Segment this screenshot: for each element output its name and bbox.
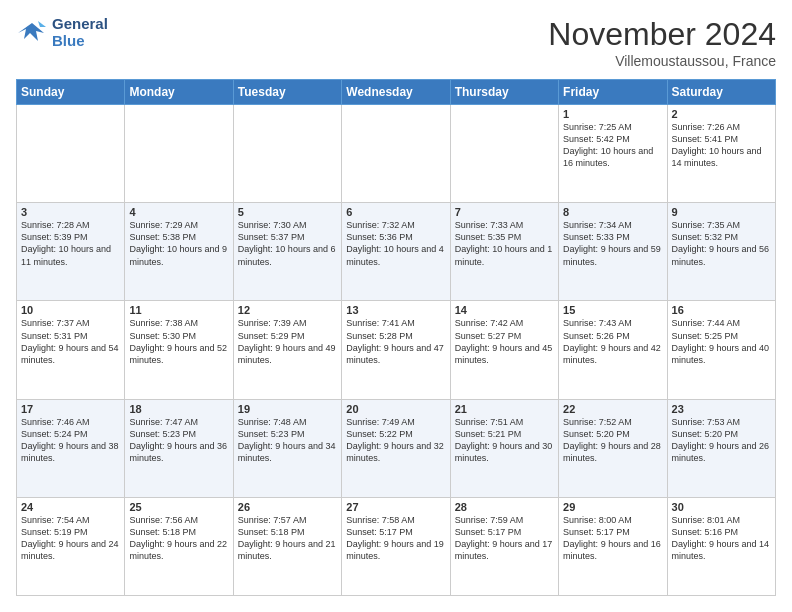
calendar-cell: 8Sunrise: 7:34 AM Sunset: 5:33 PM Daylig… bbox=[559, 203, 667, 301]
calendar-cell: 21Sunrise: 7:51 AM Sunset: 5:21 PM Dayli… bbox=[450, 399, 558, 497]
day-info: Sunrise: 7:34 AM Sunset: 5:33 PM Dayligh… bbox=[563, 219, 662, 268]
logo-line1: General bbox=[52, 16, 108, 33]
day-info: Sunrise: 7:51 AM Sunset: 5:21 PM Dayligh… bbox=[455, 416, 554, 465]
calendar-cell: 30Sunrise: 8:01 AM Sunset: 5:16 PM Dayli… bbox=[667, 497, 775, 595]
calendar-header-monday: Monday bbox=[125, 80, 233, 105]
calendar-cell: 27Sunrise: 7:58 AM Sunset: 5:17 PM Dayli… bbox=[342, 497, 450, 595]
day-info: Sunrise: 7:37 AM Sunset: 5:31 PM Dayligh… bbox=[21, 317, 120, 366]
calendar-header-friday: Friday bbox=[559, 80, 667, 105]
calendar-cell: 24Sunrise: 7:54 AM Sunset: 5:19 PM Dayli… bbox=[17, 497, 125, 595]
calendar-cell: 28Sunrise: 7:59 AM Sunset: 5:17 PM Dayli… bbox=[450, 497, 558, 595]
calendar-cell bbox=[17, 105, 125, 203]
calendar-cell: 10Sunrise: 7:37 AM Sunset: 5:31 PM Dayli… bbox=[17, 301, 125, 399]
calendar-cell: 1Sunrise: 7:25 AM Sunset: 5:42 PM Daylig… bbox=[559, 105, 667, 203]
day-number: 20 bbox=[346, 403, 445, 415]
calendar-cell: 29Sunrise: 8:00 AM Sunset: 5:17 PM Dayli… bbox=[559, 497, 667, 595]
day-number: 3 bbox=[21, 206, 120, 218]
day-info: Sunrise: 8:01 AM Sunset: 5:16 PM Dayligh… bbox=[672, 514, 771, 563]
day-number: 24 bbox=[21, 501, 120, 513]
day-info: Sunrise: 7:35 AM Sunset: 5:32 PM Dayligh… bbox=[672, 219, 771, 268]
day-info: Sunrise: 7:44 AM Sunset: 5:25 PM Dayligh… bbox=[672, 317, 771, 366]
day-number: 4 bbox=[129, 206, 228, 218]
day-number: 14 bbox=[455, 304, 554, 316]
day-info: Sunrise: 7:48 AM Sunset: 5:23 PM Dayligh… bbox=[238, 416, 337, 465]
calendar-cell bbox=[233, 105, 341, 203]
calendar-cell: 4Sunrise: 7:29 AM Sunset: 5:38 PM Daylig… bbox=[125, 203, 233, 301]
day-info: Sunrise: 7:38 AM Sunset: 5:30 PM Dayligh… bbox=[129, 317, 228, 366]
calendar-header-saturday: Saturday bbox=[667, 80, 775, 105]
day-number: 1 bbox=[563, 108, 662, 120]
calendar-header-wednesday: Wednesday bbox=[342, 80, 450, 105]
calendar-cell: 12Sunrise: 7:39 AM Sunset: 5:29 PM Dayli… bbox=[233, 301, 341, 399]
calendar-cell: 18Sunrise: 7:47 AM Sunset: 5:23 PM Dayli… bbox=[125, 399, 233, 497]
day-number: 15 bbox=[563, 304, 662, 316]
day-info: Sunrise: 7:33 AM Sunset: 5:35 PM Dayligh… bbox=[455, 219, 554, 268]
day-number: 2 bbox=[672, 108, 771, 120]
calendar-cell: 16Sunrise: 7:44 AM Sunset: 5:25 PM Dayli… bbox=[667, 301, 775, 399]
day-number: 30 bbox=[672, 501, 771, 513]
calendar-cell bbox=[125, 105, 233, 203]
calendar-cell: 17Sunrise: 7:46 AM Sunset: 5:24 PM Dayli… bbox=[17, 399, 125, 497]
logo: General Blue bbox=[16, 16, 108, 49]
calendar-header-thursday: Thursday bbox=[450, 80, 558, 105]
calendar-cell: 20Sunrise: 7:49 AM Sunset: 5:22 PM Dayli… bbox=[342, 399, 450, 497]
day-info: Sunrise: 7:52 AM Sunset: 5:20 PM Dayligh… bbox=[563, 416, 662, 465]
day-number: 9 bbox=[672, 206, 771, 218]
day-info: Sunrise: 7:30 AM Sunset: 5:37 PM Dayligh… bbox=[238, 219, 337, 268]
day-number: 26 bbox=[238, 501, 337, 513]
day-info: Sunrise: 8:00 AM Sunset: 5:17 PM Dayligh… bbox=[563, 514, 662, 563]
day-info: Sunrise: 7:46 AM Sunset: 5:24 PM Dayligh… bbox=[21, 416, 120, 465]
calendar-cell: 15Sunrise: 7:43 AM Sunset: 5:26 PM Dayli… bbox=[559, 301, 667, 399]
calendar-cell: 5Sunrise: 7:30 AM Sunset: 5:37 PM Daylig… bbox=[233, 203, 341, 301]
calendar-cell bbox=[450, 105, 558, 203]
day-info: Sunrise: 7:26 AM Sunset: 5:41 PM Dayligh… bbox=[672, 121, 771, 170]
logo-line2: Blue bbox=[52, 33, 108, 50]
day-info: Sunrise: 7:29 AM Sunset: 5:38 PM Dayligh… bbox=[129, 219, 228, 268]
day-number: 11 bbox=[129, 304, 228, 316]
calendar-cell: 6Sunrise: 7:32 AM Sunset: 5:36 PM Daylig… bbox=[342, 203, 450, 301]
day-info: Sunrise: 7:47 AM Sunset: 5:23 PM Dayligh… bbox=[129, 416, 228, 465]
day-number: 6 bbox=[346, 206, 445, 218]
calendar-cell: 9Sunrise: 7:35 AM Sunset: 5:32 PM Daylig… bbox=[667, 203, 775, 301]
calendar-cell: 25Sunrise: 7:56 AM Sunset: 5:18 PM Dayli… bbox=[125, 497, 233, 595]
day-info: Sunrise: 7:42 AM Sunset: 5:27 PM Dayligh… bbox=[455, 317, 554, 366]
day-info: Sunrise: 7:25 AM Sunset: 5:42 PM Dayligh… bbox=[563, 121, 662, 170]
calendar-week-4: 17Sunrise: 7:46 AM Sunset: 5:24 PM Dayli… bbox=[17, 399, 776, 497]
calendar-cell: 3Sunrise: 7:28 AM Sunset: 5:39 PM Daylig… bbox=[17, 203, 125, 301]
calendar-header-sunday: Sunday bbox=[17, 80, 125, 105]
calendar-cell: 22Sunrise: 7:52 AM Sunset: 5:20 PM Dayli… bbox=[559, 399, 667, 497]
day-info: Sunrise: 7:57 AM Sunset: 5:18 PM Dayligh… bbox=[238, 514, 337, 563]
day-info: Sunrise: 7:49 AM Sunset: 5:22 PM Dayligh… bbox=[346, 416, 445, 465]
month-title: November 2024 bbox=[548, 16, 776, 53]
day-number: 19 bbox=[238, 403, 337, 415]
calendar-cell bbox=[342, 105, 450, 203]
calendar-header-tuesday: Tuesday bbox=[233, 80, 341, 105]
calendar: SundayMondayTuesdayWednesdayThursdayFrid… bbox=[16, 79, 776, 596]
day-number: 17 bbox=[21, 403, 120, 415]
calendar-week-1: 1Sunrise: 7:25 AM Sunset: 5:42 PM Daylig… bbox=[17, 105, 776, 203]
day-number: 18 bbox=[129, 403, 228, 415]
calendar-cell: 13Sunrise: 7:41 AM Sunset: 5:28 PM Dayli… bbox=[342, 301, 450, 399]
day-number: 8 bbox=[563, 206, 662, 218]
calendar-cell: 23Sunrise: 7:53 AM Sunset: 5:20 PM Dayli… bbox=[667, 399, 775, 497]
calendar-cell: 11Sunrise: 7:38 AM Sunset: 5:30 PM Dayli… bbox=[125, 301, 233, 399]
day-info: Sunrise: 7:32 AM Sunset: 5:36 PM Dayligh… bbox=[346, 219, 445, 268]
day-number: 7 bbox=[455, 206, 554, 218]
day-number: 10 bbox=[21, 304, 120, 316]
header: General Blue November 2024 Villemoustaus… bbox=[16, 16, 776, 69]
day-info: Sunrise: 7:53 AM Sunset: 5:20 PM Dayligh… bbox=[672, 416, 771, 465]
calendar-week-5: 24Sunrise: 7:54 AM Sunset: 5:19 PM Dayli… bbox=[17, 497, 776, 595]
day-info: Sunrise: 7:56 AM Sunset: 5:18 PM Dayligh… bbox=[129, 514, 228, 563]
day-number: 25 bbox=[129, 501, 228, 513]
day-number: 5 bbox=[238, 206, 337, 218]
day-info: Sunrise: 7:54 AM Sunset: 5:19 PM Dayligh… bbox=[21, 514, 120, 563]
day-number: 23 bbox=[672, 403, 771, 415]
day-info: Sunrise: 7:59 AM Sunset: 5:17 PM Dayligh… bbox=[455, 514, 554, 563]
day-number: 29 bbox=[563, 501, 662, 513]
day-number: 28 bbox=[455, 501, 554, 513]
calendar-cell: 26Sunrise: 7:57 AM Sunset: 5:18 PM Dayli… bbox=[233, 497, 341, 595]
logo-icon bbox=[16, 19, 48, 47]
calendar-cell: 2Sunrise: 7:26 AM Sunset: 5:41 PM Daylig… bbox=[667, 105, 775, 203]
calendar-week-3: 10Sunrise: 7:37 AM Sunset: 5:31 PM Dayli… bbox=[17, 301, 776, 399]
calendar-cell: 19Sunrise: 7:48 AM Sunset: 5:23 PM Dayli… bbox=[233, 399, 341, 497]
